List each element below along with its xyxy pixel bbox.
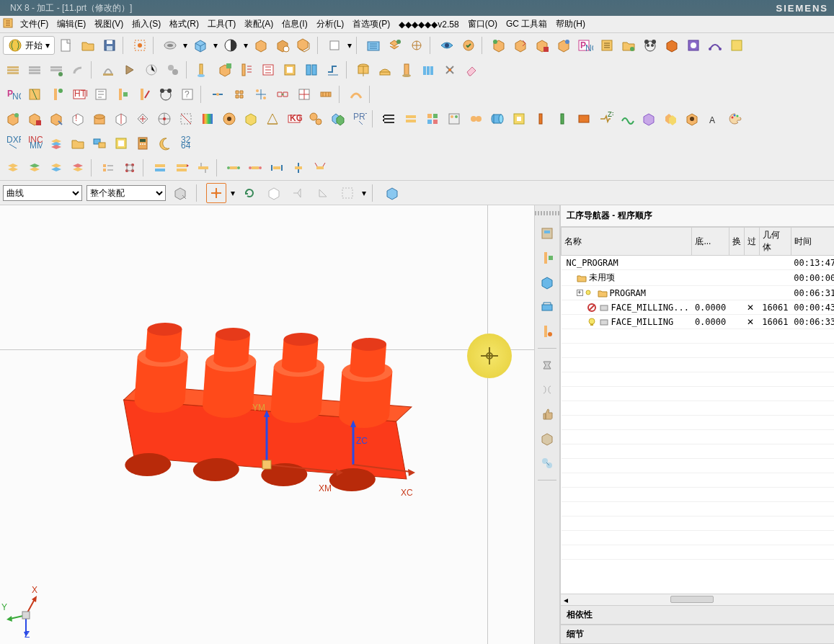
tool-btn[interactable]: [251, 35, 271, 55]
menu-file[interactable]: 文件(F): [16, 17, 53, 32]
panel-btn-5[interactable]: [538, 322, 556, 341]
panel-btn-1[interactable]: [538, 224, 556, 243]
tool-btn[interactable]: [272, 84, 293, 104]
navigator-table[interactable]: 名称 底... 换 过 几何体 时间 NC_PROGRAM00:13:47未用项…: [561, 227, 834, 594]
prt-button[interactable]: PRT: [349, 109, 369, 129]
tool-btn[interactable]: [111, 109, 131, 129]
eraser-icon[interactable]: [461, 60, 482, 80]
text-a-icon[interactable]: A: [704, 109, 724, 129]
tool-btn[interactable]: [294, 35, 314, 55]
tool-btn[interactable]: [489, 35, 509, 55]
tool-btn[interactable]: [683, 35, 704, 55]
table-row[interactable]: 未用项00:00:00: [562, 270, 835, 286]
tool-btn[interactable]: [193, 60, 213, 80]
menu-edit[interactable]: 编辑(E): [53, 17, 90, 32]
tool-btn[interactable]: [89, 133, 110, 153]
menu-format[interactable]: 格式(R): [165, 17, 203, 32]
tool-btn[interactable]: [98, 60, 118, 80]
col-geom[interactable]: 几何体: [759, 228, 791, 256]
table-row[interactable]: +PROGRAM00:06:31: [562, 286, 835, 300]
col-time[interactable]: 时间: [791, 228, 834, 256]
tool-btn[interactable]: [206, 183, 226, 203]
tool-btn[interactable]: [597, 35, 617, 55]
tool-btn[interactable]: [236, 60, 257, 80]
tool-btn[interactable]: [727, 35, 747, 55]
tool-btn[interactable]: [3, 109, 23, 129]
tool-btn[interactable]: [258, 60, 278, 80]
tool-btn[interactable]: [172, 158, 192, 178]
tool-btn[interactable]: [91, 84, 111, 104]
tool-btn[interactable]: [262, 109, 283, 129]
tool-btn[interactable]: [160, 35, 180, 55]
tool-btn[interactable]: [323, 60, 343, 80]
tool-btn[interactable]: [337, 183, 358, 203]
tool-btn[interactable]: [437, 35, 457, 55]
tool-btn[interactable]: [313, 183, 333, 203]
tool-btn[interactable]: [554, 35, 574, 55]
col-guo[interactable]: 过: [744, 228, 759, 256]
tool-btn[interactable]: [375, 60, 395, 80]
tool-btn[interactable]: [418, 60, 438, 80]
tool-btn[interactable]: [3, 158, 23, 178]
tool-btn[interactable]: [639, 109, 659, 129]
section-detail[interactable]: 细节: [561, 625, 834, 644]
tool-btn[interactable]: [267, 158, 287, 178]
tool-btn[interactable]: [324, 35, 345, 55]
tool-btn[interactable]: [264, 183, 284, 203]
tool-btn[interactable]: [660, 109, 680, 129]
tool-btn[interactable]: [379, 109, 399, 129]
panel-btn-3[interactable]: [538, 273, 556, 292]
tool-btn[interactable]: [130, 35, 150, 55]
tool-btn[interactable]: [154, 109, 174, 129]
viewport-3d[interactable]: YM ZC XM XC X Y Z: [0, 205, 534, 644]
tool-btn[interactable]: [385, 35, 405, 55]
tool-btn[interactable]: [223, 158, 244, 178]
layers-icon[interactable]: [46, 133, 66, 153]
panda-icon[interactable]: [640, 35, 660, 55]
tool-btn[interactable]: [68, 158, 88, 178]
tool-btn[interactable]: [401, 109, 421, 129]
tool-btn[interactable]: [310, 158, 330, 178]
menu-tools[interactable]: 工具(T): [203, 17, 240, 32]
curve-select[interactable]: 曲线: [3, 185, 82, 201]
menu-insert[interactable]: 插入(S): [128, 17, 165, 32]
tool-btn[interactable]: [617, 109, 637, 129]
tool-btn[interactable]: [396, 60, 417, 80]
save-button[interactable]: [99, 35, 120, 55]
inch-mm-button[interactable]: INCHMM: [25, 133, 45, 153]
tool-btn[interactable]: [288, 158, 309, 178]
tool-btn[interactable]: [682, 109, 702, 129]
tool-btn[interactable]: [25, 60, 45, 80]
thumbs-up-icon[interactable]: [538, 405, 556, 424]
tool-btn[interactable]: [353, 60, 373, 80]
gears-icon[interactable]: [306, 109, 326, 129]
tool-btn[interactable]: [170, 183, 190, 203]
horizontal-scrollbar[interactable]: ◂: [561, 594, 834, 605]
tool-btn[interactable]: [552, 109, 572, 129]
chevron-down-icon[interactable]: ▾: [346, 40, 353, 50]
tool-btn[interactable]: [288, 183, 309, 203]
tool-btn[interactable]: [98, 158, 118, 178]
table-row[interactable]: FACE_MILLING0.0000✕1606100:06:33: [562, 315, 835, 329]
tool-btn[interactable]: [301, 60, 321, 80]
tool-btn[interactable]: [120, 60, 140, 80]
tool-btn[interactable]: [245, 158, 265, 178]
tool-btn[interactable]: [509, 109, 529, 129]
tool-btn[interactable]: [134, 84, 154, 104]
tool-btn[interactable]: [327, 109, 347, 129]
kg-button[interactable]: KG: [284, 109, 304, 129]
menu-assembly[interactable]: 装配(A): [240, 17, 278, 32]
tool-btn[interactable]: [176, 109, 196, 129]
tool-btn[interactable]: [112, 84, 133, 104]
folder-icon[interactable]: [68, 133, 88, 153]
tool-btn[interactable]: [120, 158, 140, 178]
tool-btn[interactable]: [444, 109, 464, 129]
table-row[interactable]: FACE_MILLING...0.0000✕1606100:00:43: [562, 300, 835, 315]
shading-button[interactable]: [221, 35, 241, 55]
col-di[interactable]: 底...: [692, 228, 729, 256]
tool-btn[interactable]: [141, 60, 161, 80]
tool-btn[interactable]: [163, 60, 183, 80]
tool-btn[interactable]: [422, 109, 443, 129]
tool-btn[interactable]: [363, 35, 383, 55]
htb-button[interactable]: HTB: [69, 84, 89, 104]
